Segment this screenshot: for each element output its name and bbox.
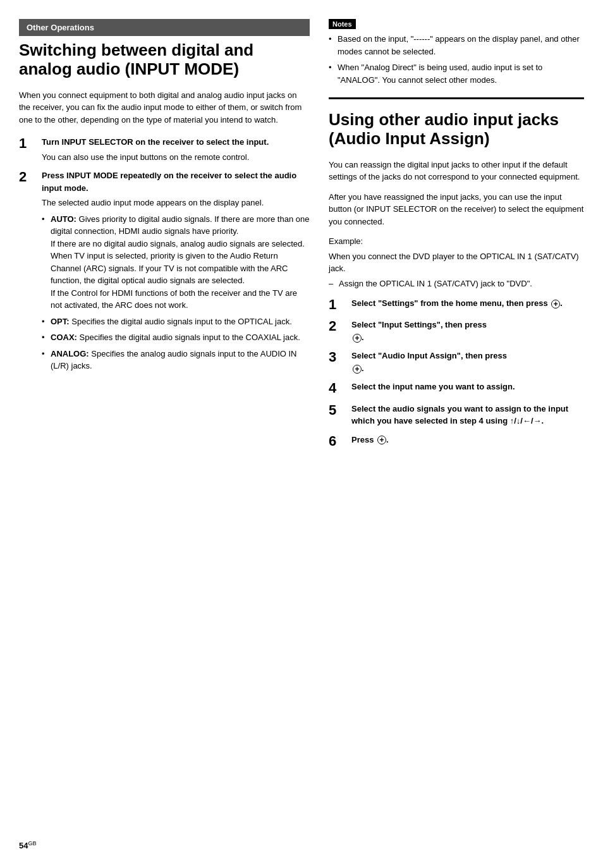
page-footer: 54GB bbox=[19, 840, 36, 850]
right-step-content-3: Select "Audio Input Assign", then press … bbox=[351, 350, 584, 374]
bullet-auto-text: Gives priority to digital audio signals.… bbox=[51, 214, 309, 310]
note-item-1: Based on the input, "------" appears on … bbox=[329, 33, 584, 58]
right-intro-1: You can reassign the digital input jacks… bbox=[329, 159, 584, 183]
step-number-1: 1 bbox=[19, 136, 38, 151]
step-item-2: 2 Press INPUT MODE repeatedly on the rec… bbox=[19, 169, 310, 376]
bullet-auto: AUTO: Gives priority to digital audio si… bbox=[42, 213, 310, 312]
step-title-1: Turn INPUT SELECTOR on the receiver to s… bbox=[42, 137, 269, 147]
note-text-2: When "Analog Direct" is being used, audi… bbox=[338, 63, 542, 85]
page-number: 54 bbox=[19, 841, 28, 850]
right-step-content-2: Select "Input Settings", then press +. bbox=[351, 319, 584, 343]
circle-plus-6: + bbox=[377, 436, 386, 444]
note-text-1: Based on the input, "------" appears on … bbox=[338, 34, 580, 56]
example-desc: When you connect the DVD player to the O… bbox=[329, 250, 584, 275]
right-intro-2: After you have reassigned the input jack… bbox=[329, 191, 584, 228]
steps-list-left: 1 Turn INPUT SELECTOR on the receiver to… bbox=[19, 136, 310, 376]
notes-section: Notes Based on the input, "------" appea… bbox=[329, 19, 584, 86]
right-step-text-4: Select the input name you want to assign… bbox=[351, 382, 515, 391]
right-step-number-2: 2 bbox=[329, 319, 348, 334]
circle-plus-1: + bbox=[551, 300, 560, 309]
right-step-6: 6 Press +. bbox=[329, 434, 584, 449]
step-number-2: 2 bbox=[19, 169, 38, 185]
bullet-auto-label: AUTO: bbox=[51, 214, 76, 224]
right-steps-list: 1 Select "Settings" from the home menu, … bbox=[329, 297, 584, 449]
left-column: Other Operations Switching between digit… bbox=[19, 19, 310, 849]
right-step-text-1: Select "Settings" from the home menu, th… bbox=[351, 298, 548, 308]
bullet-opt-text: Specifies the digital audio signals inpu… bbox=[71, 317, 292, 326]
step-content-1: Turn INPUT SELECTOR on the receiver to s… bbox=[42, 136, 310, 163]
bullet-coax-text: Specifies the digital audio signals inpu… bbox=[80, 333, 300, 342]
main-title-left: Switching between digital and analog aud… bbox=[19, 41, 310, 79]
right-step-number-5: 5 bbox=[329, 403, 348, 418]
bullet-coax: COAX: Specifies the digital audio signal… bbox=[42, 331, 310, 344]
bullet-analog: ANALOG: Specifies the analog audio signa… bbox=[42, 348, 310, 372]
right-step-content-4: Select the input name you want to assign… bbox=[351, 381, 584, 393]
step-body-1: You can also use the input buttons on th… bbox=[42, 151, 310, 164]
right-step-content-1: Select "Settings" from the home menu, th… bbox=[351, 297, 584, 310]
step-body-2: The selected audio input mode appears on… bbox=[42, 197, 310, 209]
right-step-2: 2 Select "Input Settings", then press +. bbox=[329, 319, 584, 343]
right-step-text-5: Select the audio signals you want to ass… bbox=[351, 404, 568, 426]
right-step-3: 3 Select "Audio Input Assign", then pres… bbox=[329, 350, 584, 374]
example-bullet: Assign the OPTICAL IN 1 (SAT/CATV) jack … bbox=[329, 278, 584, 290]
right-step-content-5: Select the audio signals you want to ass… bbox=[351, 403, 584, 427]
bullet-analog-label: ANALOG: bbox=[51, 349, 89, 358]
circle-plus-3: + bbox=[353, 365, 362, 374]
bullet-list: AUTO: Gives priority to digital audio si… bbox=[42, 213, 310, 372]
right-step-number-6: 6 bbox=[329, 434, 348, 449]
step-title-2: Press INPUT MODE repeatedly on the recei… bbox=[42, 171, 296, 193]
bullet-opt: OPT: Specifies the digital audio signals… bbox=[42, 315, 310, 328]
right-step-5: 5 Select the audio signals you want to a… bbox=[329, 403, 584, 427]
intro-text-left: When you connect equipment to both digit… bbox=[19, 89, 310, 126]
section-header: Other Operations bbox=[19, 19, 310, 36]
step-item-1: 1 Turn INPUT SELECTOR on the receiver to… bbox=[19, 136, 310, 163]
page-suffix: GB bbox=[28, 840, 36, 847]
right-step-content-6: Press +. bbox=[351, 434, 584, 446]
right-step-number-4: 4 bbox=[329, 381, 348, 396]
section-divider bbox=[329, 97, 584, 99]
bullet-coax-label: COAX: bbox=[51, 333, 77, 342]
note-item-2: When "Analog Direct" is being used, audi… bbox=[329, 61, 584, 86]
notes-label: Notes bbox=[329, 19, 356, 29]
step-content-2: Press INPUT MODE repeatedly on the recei… bbox=[42, 169, 310, 376]
notes-list: Based on the input, "------" appears on … bbox=[329, 33, 584, 86]
right-step-number-1: 1 bbox=[329, 297, 348, 312]
example-label: Example: bbox=[329, 235, 584, 248]
main-title-right: Using other audio input jacks (Audio Inp… bbox=[329, 111, 584, 149]
circle-plus-2: + bbox=[353, 334, 362, 343]
right-step-text-3: Select "Audio Input Assign", then press bbox=[351, 351, 507, 360]
right-step-4: 4 Select the input name you want to assi… bbox=[329, 381, 584, 396]
right-step-1: 1 Select "Settings" from the home menu, … bbox=[329, 297, 584, 312]
right-step-text-2: Select "Input Settings", then press bbox=[351, 320, 487, 329]
right-step-text-6: Press bbox=[351, 435, 374, 444]
bullet-opt-label: OPT: bbox=[51, 317, 70, 326]
right-step-number-3: 3 bbox=[329, 350, 348, 365]
right-column: Notes Based on the input, "------" appea… bbox=[329, 19, 584, 849]
